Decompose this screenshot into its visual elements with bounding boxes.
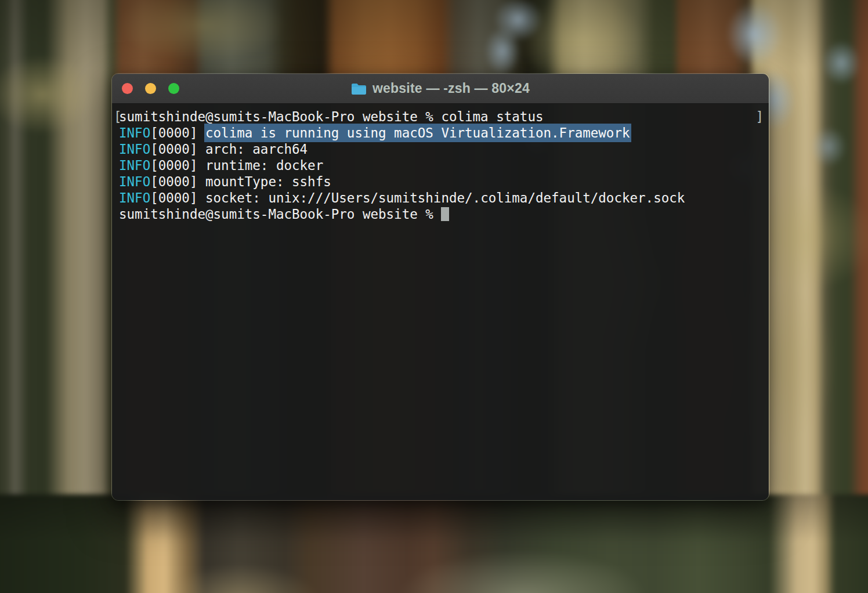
terminal-text: sumitshinde@sumits-MacBook-Pro website %	[119, 207, 441, 222]
traffic-lights	[122, 74, 179, 103]
forest-wallpaper-lower	[0, 494, 868, 593]
window-titlebar[interactable]: website — -zsh — 80×24	[112, 74, 769, 104]
terminal-content[interactable]: [sumitshinde@sumits-MacBook-Pro website …	[112, 104, 769, 500]
terminal-window[interactable]: website — -zsh — 80×24 [sumitshinde@sumi…	[111, 73, 769, 501]
terminal-cursor	[441, 207, 449, 221]
terminal-text: [0000] mountType: sshfs	[150, 174, 331, 189]
log-level-info: INFO	[119, 190, 150, 205]
terminal-line: [sumitshinde@sumits-MacBook-Pro website …	[119, 109, 762, 125]
terminal-text: sumitshinde@sumits-MacBook-Pro website %…	[119, 109, 544, 124]
terminal-line: INFO[0000] socket: unix:///Users/sumitsh…	[119, 190, 762, 206]
terminal-line: INFO[0000] colima is running using macOS…	[119, 125, 762, 141]
terminal-line: sumitshinde@sumits-MacBook-Pro website %	[119, 206, 762, 222]
folder-icon	[351, 82, 367, 95]
close-button[interactable]	[122, 83, 133, 94]
zoom-button[interactable]	[168, 83, 179, 94]
command-mark-left: [	[114, 109, 122, 125]
terminal-text: [0000] runtime: docker	[150, 158, 323, 173]
selected-text: colima is running using macOS Virtualiza…	[204, 124, 631, 142]
log-level-info: INFO	[119, 174, 150, 189]
terminal-text: [0000] arch: aarch64	[150, 142, 308, 157]
terminal-text: [0000] socket: unix:///Users/sumitshinde…	[150, 190, 685, 205]
terminal-line: INFO[0000] runtime: docker	[119, 157, 762, 173]
minimize-button[interactable]	[145, 83, 156, 94]
log-level-info: INFO	[119, 158, 150, 173]
window-title-group: website — -zsh — 80×24	[351, 81, 530, 96]
log-level-info: INFO	[119, 125, 150, 140]
log-level-info: INFO	[119, 142, 150, 157]
terminal-line: INFO[0000] mountType: sshfs	[119, 173, 762, 190]
terminal-line: INFO[0000] arch: aarch64	[119, 141, 762, 157]
window-title: website — -zsh — 80×24	[372, 81, 530, 96]
command-mark-right: ]	[755, 109, 764, 125]
terminal-text: [0000]	[150, 125, 205, 140]
